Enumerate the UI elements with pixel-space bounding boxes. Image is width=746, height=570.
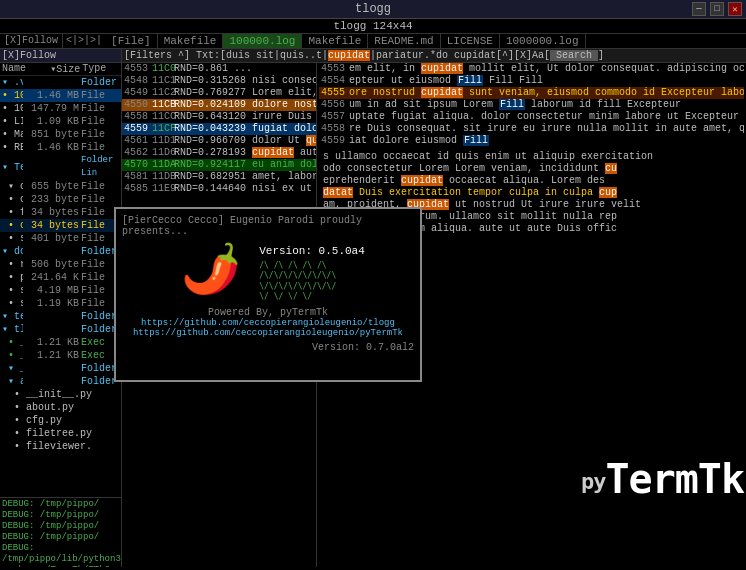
tree-item[interactable]: ▾ cfg.py 655 byte File <box>0 180 121 193</box>
ascii-art: /\ /\ /\ /\ /\ /\/\/\/\/\/\/\/\ \/\/\/\/… <box>259 261 365 303</box>
code-line: 4549 11C2 RND=0.769277 Lorem elit, in cu… <box>122 87 316 99</box>
tree-item[interactable]: • profiler.txt 241.64 K File <box>0 271 121 284</box>
maximize-button[interactable]: □ <box>710 2 724 16</box>
left-header: [X]Follow <box>0 49 121 63</box>
filter-bar[interactable]: [Filters ^] Txt:[duis sit|quis..t|cupida… <box>122 49 746 63</box>
tree-item[interactable]: • searches.yaml 401 byte File <box>0 232 121 245</box>
text-line: odo consectetur Lorem Lorem veniam, inci… <box>319 163 744 175</box>
tab-1000000log[interactable]: 1000000.log <box>500 34 586 48</box>
pepper-icon: 🌶️ <box>171 248 251 296</box>
filter-text: [Filters ^] Txt:[duis sit|quis..t| <box>124 50 328 61</box>
tree-item[interactable]: • filetree.py <box>0 427 121 440</box>
tree-item[interactable]: • README.md 1.46 KB File <box>0 141 121 154</box>
minimize-button[interactable]: — <box>692 2 706 16</box>
tree-item[interactable]: • __init__.py 1.21 KB Exec <box>0 336 121 349</box>
code-line: 4561 11D1 RND=0.966709 dolor Ut quis ut … <box>122 135 316 147</box>
tree-item[interactable]: ▾ .vscode Folder <box>0 76 121 89</box>
tree-header: Name ▾Size Type <box>0 63 121 76</box>
splash-right: Version: 0.5.0a4 /\ /\ /\ /\ /\ /\/\/\/\… <box>259 241 365 303</box>
tree-item[interactable]: • setup.py 1.19 KB File <box>0 297 121 310</box>
filter-highlight: cupidat <box>328 50 370 61</box>
tree-item[interactable]: • __init__.py <box>0 388 121 401</box>
debug-line: DEBUG: /tmp/pippo/ <box>2 499 119 510</box>
col-type: Type <box>82 63 119 75</box>
debug-line: DEBUG: /tmp/pippo/lib/python3.8/site-pac… <box>2 543 119 567</box>
tree-item[interactable]: • fileviewer. <box>0 440 121 453</box>
tab-makefile1[interactable]: Makefile <box>158 34 224 48</box>
text-line: 4558 re Duis consequat. sit irure eu iru… <box>319 123 744 135</box>
tab-readme[interactable]: README.md <box>368 34 440 48</box>
follow-toggle[interactable]: [X]Follow <box>2 50 56 61</box>
code-line: 4585 11E9 RND=0.144640 nisi ex ut qui en… <box>122 183 316 195</box>
debug-line: DEBUG: /tmp/pippo/ <box>2 532 119 543</box>
tree-item[interactable]: • colors.yaml 233 byte File <box>0 193 121 206</box>
file-tree[interactable]: ▾ .vscode Folder • 100000.log 1.46 MB Fi… <box>0 76 121 497</box>
code-line: 4553 11C0 RND=0.861 ... <box>122 63 316 75</box>
tab-follow[interactable]: [X]Follow <box>0 34 63 48</box>
powered-by: Powered By, pyTermTk <box>208 307 328 318</box>
tree-item[interactable]: • cfg.py <box>0 414 121 427</box>
termtk-text: TermTk <box>606 456 745 502</box>
left-panel: [X]Follow Name ▾Size Type ▾ .vscode Fold… <box>0 49 122 567</box>
tree-item[interactable]: ▾ test/ Folder <box>0 310 121 323</box>
text-line: 4554 epteur ut eiusmod Fill Fill Fill <box>319 75 744 87</box>
code-line: 4562 11D6 RND=0.278193 cupidat aute sunt… <box>122 147 316 159</box>
main-area: [X]Follow Name ▾Size Type ▾ .vscode Fold… <box>0 49 746 567</box>
debug-bar: DEBUG: /tmp/pippo/ DEBUG: /tmp/pippo/ DE… <box>0 497 121 567</box>
debug-line: DEBUG: /tmp/pippo/ <box>2 510 119 521</box>
tree-item[interactable]: ▾ tlogg/ Folder <box>0 323 121 336</box>
filter-text2: |pariatur.*do cupidat[^][X]Aa[ <box>370 50 550 61</box>
tab-file[interactable]: [File] <box>105 34 158 48</box>
tree-item[interactable]: ▾ app/ Folder <box>0 375 121 388</box>
text-line: eprehenderit cupidat occaecat aliqua. Lo… <box>319 175 744 187</box>
tree-item[interactable]: • LICENSE 1.09 KB File <box>0 115 121 128</box>
splash-title: [PierCecco Cecco] Eugenio Parodi proudly… <box>122 215 414 237</box>
splash-dialog: [PierCecco Cecco] Eugenio Parodi proudly… <box>114 207 422 382</box>
filter-close: ] <box>598 50 604 61</box>
tree-item[interactable]: • filters.yaml 34 bytes File <box>0 206 121 219</box>
text-line: 4557 uptate fugiat aliqua. dolor consect… <box>319 111 744 123</box>
title-bar: tlogg — □ ✕ <box>0 0 746 19</box>
tab-makefile2[interactable]: Makefile <box>302 34 368 48</box>
tab-bar[interactable]: [X]Follow <|>|>| [File] Makefile 100000.… <box>0 34 746 49</box>
tree-item[interactable]: • 1000000.log 147.79 M File <box>0 102 121 115</box>
code-line: 4559 11CF RND=0.043239 fugiat dolore Fil… <box>122 123 316 135</box>
subtitle-bar: tlogg 124x44 <box>0 19 746 34</box>
window-controls[interactable]: — □ ✕ <box>692 2 742 16</box>
link2[interactable]: https://github.com/ceccopierangioleugeni… <box>133 328 403 338</box>
col-size: ▾Size <box>26 63 82 75</box>
debug-line: DEBUG: /tmp/pippo/ <box>2 521 119 532</box>
tree-item[interactable]: • Makefile 851 byte File <box>0 128 121 141</box>
text-line: 4559 iat dolore eiusmod Fill <box>319 135 744 147</box>
text-line: 4555 ore nostrud cupidat sunt veniam, ei… <box>319 87 744 99</box>
tree-item[interactable]: • __main__.py 1.21 KB Exec <box>0 349 121 362</box>
tree-item[interactable]: ▾ TermTk/ -> .../pyT Folder Lin <box>0 154 121 180</box>
text-line: 4556 um in ad sit ipsum Lorem Fill labor… <box>319 99 744 111</box>
tab-100000log[interactable]: 100000.log <box>223 34 302 48</box>
tab-license[interactable]: LICENSE <box>441 34 500 48</box>
version-text: Version: 0.5.0a4 <box>259 245 365 257</box>
termtk-logo-area: pyTermTk <box>581 459 744 499</box>
pepper-art: 🌶️ <box>171 248 251 296</box>
code-line: 4581 11DB RND=0.682951 amet, laborum. Ut… <box>122 171 316 183</box>
splash-content: 🌶️ Version: 0.5.0a4 /\ /\ /\ /\ /\ /\/\/… <box>171 241 365 303</box>
tree-item[interactable]: • 100000.log 1.46 MB File <box>0 89 121 102</box>
tree-item[interactable]: • options.yaml 34 bytes File <box>0 219 121 232</box>
tree-item[interactable]: • about.py <box>0 401 121 414</box>
tree-item[interactable]: • requirements.tx 506 byte File <box>0 258 121 271</box>
window-title: tlogg <box>355 2 391 16</box>
code-line: 4570 11DA RND=0.924117 eu anim dolore do… <box>122 159 316 171</box>
link1[interactable]: https://github.com/ceccopierangioleugeni… <box>141 318 395 328</box>
text-line: s ullamco occaecat id quis enim ut aliqu… <box>319 151 744 163</box>
code-line: 4548 11C1 RND=0.315268 nisi consectetur … <box>122 75 316 87</box>
filter-search-btn[interactable]: Search <box>550 50 598 61</box>
py-text: py <box>581 469 606 494</box>
tree-item[interactable]: • session.py 4.19 MB File <box>0 284 121 297</box>
close-button[interactable]: ✕ <box>728 2 742 16</box>
termtk-version: Version: 0.7.0al2 <box>312 342 414 353</box>
tree-item[interactable]: ▾ docs/ Folder <box>0 245 121 258</box>
text-line: datat Duis exercitation tempor culpa in … <box>319 187 744 199</box>
code-line: 4558 11CC RND=0.643120 irure Duis conseq… <box>122 111 316 123</box>
col-name: Name <box>2 63 26 75</box>
tree-item[interactable]: ▾ _pycache_/ Folder <box>0 362 121 375</box>
